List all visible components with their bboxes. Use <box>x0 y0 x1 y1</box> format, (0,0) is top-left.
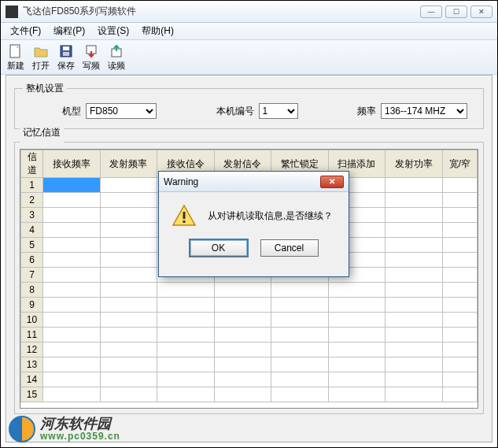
row-header[interactable]: 2 <box>21 193 43 208</box>
cell[interactable] <box>43 268 101 283</box>
cell[interactable] <box>100 238 157 253</box>
cell[interactable] <box>157 313 215 328</box>
cell[interactable] <box>100 342 157 357</box>
cell[interactable] <box>214 283 271 298</box>
cell[interactable] <box>328 283 385 298</box>
cell[interactable] <box>385 223 443 238</box>
row-header[interactable]: 1 <box>21 178 43 193</box>
cell[interactable] <box>385 268 443 283</box>
cell[interactable] <box>328 328 385 342</box>
model-select[interactable]: FD850 <box>86 103 157 119</box>
cell[interactable] <box>43 342 101 357</box>
cell[interactable] <box>385 342 443 357</box>
open-button[interactable]: 打开 <box>31 42 51 73</box>
col-header[interactable]: 宽/窄 <box>442 150 477 178</box>
cell[interactable] <box>214 328 271 342</box>
cell[interactable] <box>385 387 443 402</box>
cell[interactable] <box>442 223 477 238</box>
cell[interactable] <box>43 372 101 387</box>
cell[interactable] <box>43 283 101 298</box>
row-header[interactable]: 3 <box>21 208 43 223</box>
close-button[interactable]: ✕ <box>470 6 492 18</box>
row-header[interactable]: 14 <box>21 372 43 387</box>
cell[interactable] <box>442 342 477 357</box>
cell[interactable] <box>442 208 477 223</box>
menu-program[interactable]: 编程(P) <box>47 23 91 39</box>
cell[interactable] <box>385 372 443 387</box>
cell[interactable] <box>100 283 157 298</box>
cell[interactable] <box>100 387 157 402</box>
cell[interactable] <box>385 193 443 208</box>
cell[interactable] <box>442 283 477 298</box>
cell[interactable] <box>43 193 101 208</box>
cell[interactable] <box>43 238 101 253</box>
cell[interactable] <box>385 357 443 372</box>
cell[interactable] <box>43 387 101 402</box>
table-row[interactable]: 8 <box>21 283 478 298</box>
cell[interactable] <box>328 372 385 387</box>
cell[interactable] <box>100 313 157 328</box>
maximize-button[interactable]: ☐ <box>445 6 467 18</box>
cell[interactable] <box>100 178 157 193</box>
row-header[interactable]: 10 <box>21 313 43 328</box>
cell[interactable] <box>157 298 215 313</box>
write-freq-button[interactable]: 写频 <box>81 42 101 73</box>
cell[interactable] <box>385 328 443 342</box>
table-row[interactable]: 12 <box>21 342 478 357</box>
cell[interactable] <box>442 313 477 328</box>
cell[interactable] <box>100 253 157 268</box>
cell[interactable] <box>385 208 443 223</box>
table-row[interactable]: 10 <box>21 313 478 328</box>
cell[interactable] <box>43 223 101 238</box>
row-header[interactable]: 8 <box>21 283 43 298</box>
freq-select[interactable]: 136--174 MHZ <box>381 103 467 119</box>
cell[interactable] <box>43 313 101 328</box>
cell[interactable] <box>100 372 157 387</box>
row-header[interactable]: 13 <box>21 357 43 372</box>
cell[interactable] <box>271 342 329 357</box>
cell[interactable] <box>43 253 101 268</box>
cell[interactable] <box>328 357 385 372</box>
cell[interactable] <box>100 268 157 283</box>
cell[interactable] <box>271 298 329 313</box>
table-row[interactable]: 13 <box>21 357 478 372</box>
table-row[interactable]: 11 <box>21 328 478 342</box>
cell[interactable] <box>442 372 477 387</box>
cell[interactable] <box>157 283 215 298</box>
col-header[interactable]: 信道 <box>21 150 43 178</box>
table-row[interactable]: 14 <box>21 372 478 387</box>
row-header[interactable]: 9 <box>21 298 43 313</box>
cell[interactable] <box>43 357 101 372</box>
cell[interactable] <box>100 223 157 238</box>
row-header[interactable]: 6 <box>21 253 43 268</box>
cell[interactable] <box>271 283 329 298</box>
cell[interactable] <box>157 387 215 402</box>
cell[interactable] <box>385 253 443 268</box>
table-row[interactable]: 15 <box>21 387 478 402</box>
cell[interactable] <box>271 357 329 372</box>
cell[interactable] <box>442 298 477 313</box>
cell[interactable] <box>385 313 443 328</box>
cell[interactable] <box>385 283 443 298</box>
col-header[interactable]: 发射频率 <box>100 150 157 178</box>
row-header[interactable]: 12 <box>21 342 43 357</box>
row-header[interactable]: 4 <box>21 223 43 238</box>
table-row[interactable]: 9 <box>21 298 478 313</box>
menu-help[interactable]: 帮助(H) <box>135 23 180 39</box>
cell[interactable] <box>442 328 477 342</box>
cell[interactable] <box>328 313 385 328</box>
cell[interactable] <box>442 238 477 253</box>
cell[interactable] <box>100 208 157 223</box>
cell[interactable] <box>100 193 157 208</box>
cell[interactable] <box>214 372 271 387</box>
col-header[interactable]: 接收频率 <box>43 150 101 178</box>
col-header[interactable]: 发射功率 <box>385 150 443 178</box>
row-header[interactable]: 7 <box>21 268 43 283</box>
cell[interactable] <box>328 387 385 402</box>
cell[interactable] <box>157 372 215 387</box>
cell[interactable] <box>157 357 215 372</box>
row-header[interactable]: 15 <box>21 387 43 402</box>
save-button[interactable]: 保存 <box>56 42 76 73</box>
cell[interactable] <box>271 387 329 402</box>
cell[interactable] <box>214 298 271 313</box>
